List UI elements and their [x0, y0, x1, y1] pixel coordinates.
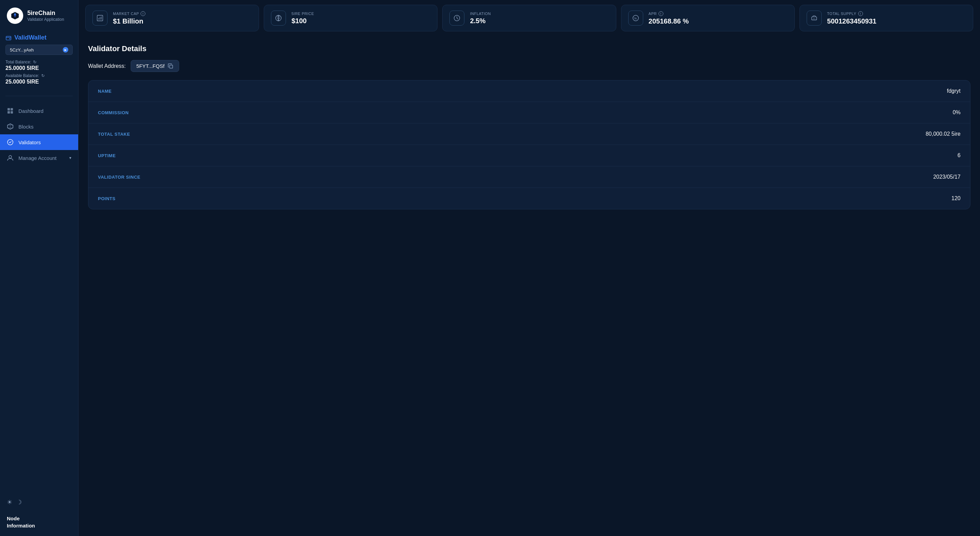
wallet-address-display: 5FYT...FQSf: [131, 60, 180, 72]
sidebar-item-manage-account[interactable]: Manage Account ▾: [0, 150, 78, 166]
total-balance-value: 25.0000 5IRE: [5, 65, 73, 71]
svg-rect-13: [811, 17, 816, 20]
apr-info-icon[interactable]: i: [659, 11, 663, 16]
validators-label: Validators: [18, 140, 41, 145]
manage-account-icon: [7, 154, 14, 161]
table-row: VALIDATOR SINCE 2023/05/17: [88, 167, 970, 188]
svg-rect-3: [11, 108, 13, 111]
total-supply-icon: [807, 11, 822, 25]
table-row: POINTS 120: [88, 188, 970, 209]
available-balance-refresh-icon[interactable]: ↻: [41, 73, 45, 78]
table-row: COMMISSION 0%: [88, 102, 970, 124]
5ire-price-value: $100: [291, 17, 314, 25]
chevron-down-icon: ▾: [69, 155, 71, 160]
dashboard-icon: [7, 108, 14, 114]
market-cap-info-icon[interactable]: i: [141, 11, 145, 16]
5ire-price-icon: [271, 11, 286, 25]
available-balance-value: 25.0000 5IRE: [5, 79, 73, 85]
stat-card-5ire-price: 5IRE PRICE $100: [264, 5, 438, 32]
logo-area: 5ireChain Validator Application: [0, 0, 78, 31]
svg-rect-14: [170, 65, 173, 68]
market-cap-icon: [92, 11, 108, 25]
svg-point-1: [9, 38, 10, 39]
dashboard-label: Dashboard: [18, 108, 43, 114]
wallet-name: ValidWallet: [5, 34, 73, 41]
table-row: UPTIME 6: [88, 145, 970, 167]
svg-text:%: %: [634, 17, 637, 20]
table-row: NAME fdgryt: [88, 81, 970, 102]
svg-rect-0: [6, 36, 11, 40]
apr-value: 205168.86 %: [649, 17, 689, 25]
stat-card-total-supply: TOTAL SUPPLY i 5001263450931: [800, 5, 973, 32]
stat-card-market-cap: MARKET CAP i $1 Billion: [85, 5, 259, 32]
svg-rect-5: [11, 111, 13, 114]
stat-card-apr: % APR i 205168.86 %: [621, 5, 795, 32]
apr-icon: %: [628, 11, 643, 25]
node-information: Node Information: [0, 511, 78, 536]
sidebar-item-dashboard[interactable]: Dashboard: [0, 103, 78, 119]
svg-rect-4: [8, 111, 10, 114]
blocks-icon: [7, 123, 14, 130]
stat-card-inflation: INFLATION 2.5%: [442, 5, 616, 32]
wallet-address-button[interactable]: 5CzY...yAxh ▶: [5, 45, 73, 55]
copy-address-button[interactable]: [168, 63, 173, 69]
table-row: TOTAL STAKE 80,000.02 5ire: [88, 124, 970, 145]
manage-account-label: Manage Account: [18, 155, 57, 161]
sidebar-item-blocks[interactable]: Blocks: [0, 119, 78, 134]
blocks-label: Blocks: [18, 124, 33, 130]
sun-icon[interactable]: ☀: [7, 498, 12, 506]
inflation-icon: [449, 11, 465, 25]
app-subtitle: Validator Application: [27, 17, 64, 22]
play-icon: ▶: [63, 47, 68, 52]
sidebar-item-validators[interactable]: Validators: [0, 134, 78, 150]
total-supply-info-icon[interactable]: i: [858, 11, 863, 16]
total-balance-refresh-icon[interactable]: ↻: [33, 60, 37, 65]
sidebar: 5ireChain Validator Application ValidWal…: [0, 0, 78, 536]
nav-menu: Dashboard Blocks Validators Manage Accou…: [0, 100, 78, 493]
moon-icon[interactable]: ☽: [16, 498, 22, 506]
app-title: 5ireChain: [27, 10, 64, 17]
inflation-value: 2.5%: [470, 17, 491, 25]
logo-icon: [7, 8, 23, 24]
validators-icon: [7, 139, 14, 146]
svg-rect-2: [8, 108, 10, 111]
main-content: MARKET CAP i $1 Billion 5IRE PRICE $100: [78, 0, 980, 536]
content-area: Validator Details Wallet Address: 5FYT..…: [78, 36, 980, 536]
wallet-section: ValidWallet 5CzY...yAxh ▶ Total Balance:…: [0, 31, 78, 92]
total-balance-row: Total Balance: ↻ 25.0000 5IRE: [5, 60, 73, 71]
wallet-address-label: Wallet Address:: [88, 63, 126, 69]
theme-toggle: ☀ ☽: [0, 493, 78, 511]
logo-text: 5ireChain Validator Application: [27, 10, 64, 22]
available-balance-row: Available Balance: ↻ 25.0000 5IRE: [5, 73, 73, 85]
total-supply-value: 5001263450931: [827, 17, 877, 25]
stats-bar: MARKET CAP i $1 Billion 5IRE PRICE $100: [78, 0, 980, 36]
market-cap-value: $1 Billion: [113, 17, 145, 25]
wallet-address-row: Wallet Address: 5FYT...FQSf: [88, 60, 970, 72]
page-title: Validator Details: [88, 44, 970, 53]
sidebar-divider: [5, 96, 73, 96]
validator-details-table: NAME fdgryt COMMISSION 0% TOTAL STAKE 80…: [88, 80, 970, 209]
svg-point-7: [9, 155, 11, 158]
